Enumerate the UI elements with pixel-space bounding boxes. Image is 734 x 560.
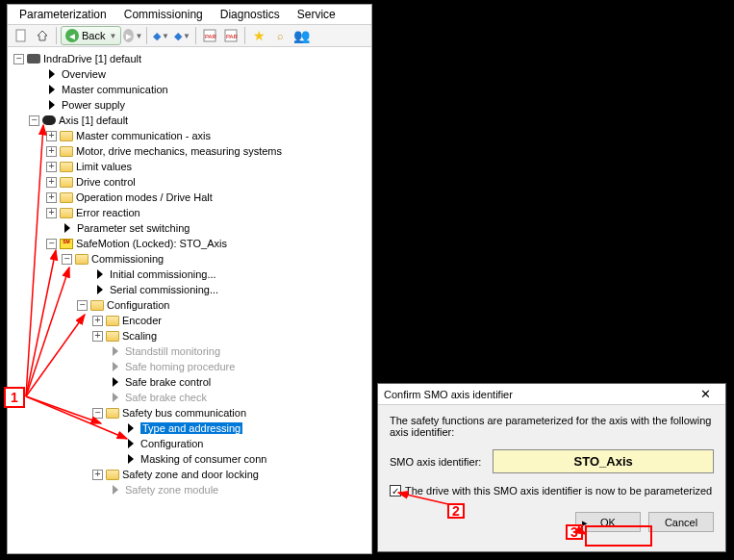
- safemotion-icon: SM: [59, 236, 74, 251]
- tree-node-disabled: Standstill monitoring: [12, 344, 371, 359]
- tree-node-configuration[interactable]: −Configuration: [12, 297, 371, 313]
- separator: [56, 27, 57, 44]
- tree-node-type-addressing[interactable]: Type and addressing: [12, 420, 371, 436]
- people-icon[interactable]: 👥: [291, 26, 311, 45]
- annotation-callout-2: 2: [447, 503, 465, 519]
- node-label: IndraDrive [1] default: [43, 53, 141, 64]
- parameterize-checkbox-row[interactable]: ✓ The drive with this SMO axis identifie…: [390, 485, 714, 496]
- tree-node-commissioning[interactable]: −Commissioning: [12, 251, 371, 267]
- tree-node-safemotion[interactable]: −SM SafeMotion (Locked): STO_Axis: [12, 236, 371, 251]
- navigator-panel: Parameterization Commissioning Diagnosti…: [7, 4, 372, 554]
- smo-axis-identifier-field: STO_Axis: [493, 449, 714, 473]
- tree-node[interactable]: +Operation modes / Drive Halt: [12, 190, 371, 205]
- annotation-callout-1: 1: [4, 387, 25, 408]
- favorite-star-icon[interactable]: ★: [249, 26, 268, 45]
- cancel-button[interactable]: Cancel: [648, 512, 714, 532]
- par-icon-1[interactable]: PAR: [200, 26, 219, 45]
- svg-text:PAR: PAR: [205, 34, 216, 39]
- tree-node[interactable]: Initial commissioning...: [12, 267, 371, 282]
- tree-node-overview[interactable]: Overview: [12, 66, 371, 82]
- tree-node[interactable]: +Scaling: [12, 328, 371, 344]
- menu-parameterization[interactable]: Parameterization: [19, 8, 107, 21]
- expand-toggle[interactable]: −: [13, 54, 24, 64]
- field-label: SMO axis identifier:: [390, 456, 481, 468]
- toolbar: ◄ Back ▼ ►▼ ◆▼ ◆▼ PAR PAR ★ ⌕ 👥: [8, 24, 371, 47]
- annotation-callout-3: 3: [566, 524, 583, 540]
- par-icon-2[interactable]: PAR: [221, 26, 240, 45]
- tree-node[interactable]: Safe brake control: [12, 374, 371, 390]
- nav-blue-icon-2[interactable]: ◆▼: [172, 26, 191, 45]
- node-label: Axis [1] default: [59, 115, 128, 126]
- tree-node[interactable]: +Master communication - axis: [12, 128, 371, 143]
- svg-rect-0: [16, 30, 25, 41]
- toolbar-doc-icon[interactable]: [12, 26, 31, 45]
- dialog-titlebar: Confirm SMO axis identifier ✕: [378, 384, 725, 405]
- tree-node[interactable]: +Motor, drive mechanics, measuring syste…: [12, 143, 371, 159]
- tree-node[interactable]: Serial commissioning...: [12, 282, 371, 297]
- checkbox-label: The drive with this SMO axis identifier …: [405, 485, 712, 496]
- tree-node[interactable]: +Safety zone and door locking: [12, 467, 371, 482]
- axis-icon: [41, 113, 57, 128]
- svg-text:PAR: PAR: [226, 34, 238, 39]
- separator: [146, 27, 147, 44]
- tree-node[interactable]: +Error reaction: [12, 205, 371, 220]
- device-icon: [26, 51, 41, 66]
- tree-view[interactable]: − IndraDrive [1] default Overview Master…: [8, 47, 371, 553]
- expand-toggle[interactable]: −: [29, 115, 39, 126]
- tree-node[interactable]: Masking of consumer conn: [12, 451, 371, 467]
- close-icon[interactable]: ✕: [691, 387, 720, 401]
- tree-node-powersupply[interactable]: Power supply: [12, 97, 371, 113]
- forward-button[interactable]: ►▼: [123, 26, 142, 45]
- confirm-smo-dialog: Confirm SMO axis identifier ✕ The safety…: [377, 383, 726, 552]
- tree-node[interactable]: +Drive control: [12, 174, 371, 190]
- tree-node-disabled: Safe homing procedure: [12, 359, 371, 374]
- home-icon[interactable]: [33, 26, 52, 45]
- tree-node[interactable]: Configuration: [12, 436, 371, 451]
- tree-node-disabled: Safe brake check: [12, 390, 371, 405]
- svg-marker-1: [38, 31, 47, 40]
- tree-node-axis[interactable]: − Axis [1] default: [12, 113, 371, 128]
- dialog-title: Confirm SMO axis identifier: [384, 389, 513, 400]
- menu-service[interactable]: Service: [297, 8, 336, 21]
- checkbox-checked-icon[interactable]: ✓: [390, 485, 401, 496]
- back-button[interactable]: ◄ Back ▼: [61, 26, 121, 45]
- binoculars-icon[interactable]: ⌕: [270, 26, 290, 45]
- back-label: Back: [82, 30, 105, 41]
- menubar: Parameterization Commissioning Diagnosti…: [8, 5, 371, 24]
- tree-node-mastercomm[interactable]: Master communication: [12, 82, 371, 97]
- nav-blue-icon[interactable]: ◆▼: [151, 26, 170, 45]
- tree-node-indradrive[interactable]: − IndraDrive [1] default: [12, 51, 371, 66]
- back-arrow-icon: ◄: [65, 29, 79, 42]
- tree-node-safetybus[interactable]: −Safety bus communication: [12, 405, 371, 420]
- dialog-intro-text: The safety functions are parameterized f…: [390, 415, 714, 438]
- tree-node[interactable]: Parameter set switching: [12, 220, 371, 236]
- tree-node-disabled: Safety zone module: [12, 482, 371, 497]
- separator: [244, 27, 245, 44]
- menu-commissioning[interactable]: Commissioning: [124, 8, 203, 21]
- tree-node[interactable]: +Limit values: [12, 159, 371, 174]
- ok-button[interactable]: ▸OK: [575, 512, 641, 532]
- tree-node[interactable]: +Encoder: [12, 313, 371, 328]
- menu-diagnostics[interactable]: Diagnostics: [220, 8, 280, 21]
- separator: [195, 27, 196, 44]
- chevron-down-icon: ▼: [109, 32, 116, 40]
